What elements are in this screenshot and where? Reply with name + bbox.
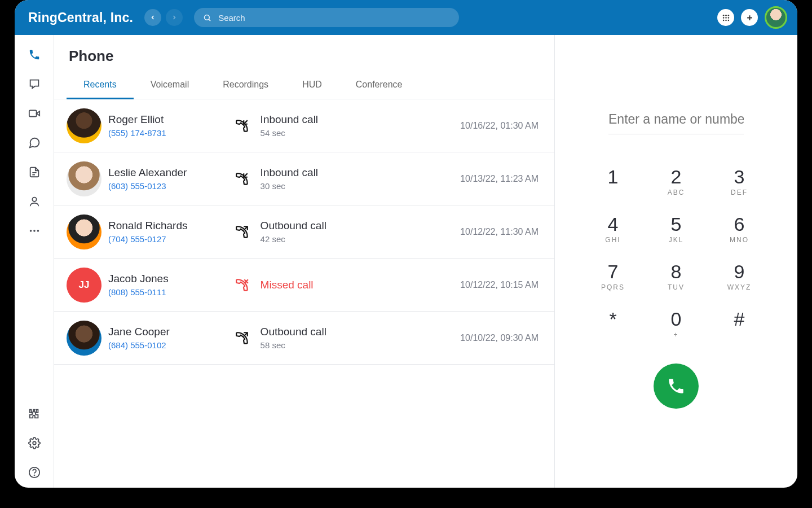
tab-conference[interactable]: Conference — [339, 73, 420, 99]
contact-number[interactable]: (684) 555-0102 — [108, 340, 233, 350]
call-duration: 42 sec — [261, 234, 407, 244]
chevron-right-icon — [171, 14, 178, 21]
key-digit: 0 — [671, 309, 682, 329]
gear-icon — [28, 437, 41, 449]
svg-point-17 — [32, 198, 36, 202]
rail-more[interactable] — [27, 224, 42, 238]
key-digit: 7 — [608, 262, 619, 281]
key-1[interactable]: 1 — [581, 158, 645, 205]
call-info: Missed call — [257, 279, 407, 291]
svg-point-21 — [33, 441, 36, 445]
call-type: Missed call — [261, 279, 407, 291]
svg-point-7 — [727, 17, 729, 19]
tabs: RecentsVoicemailRecordingsHUDConference — [54, 73, 554, 99]
add-button[interactable] — [741, 9, 758, 26]
key-digit: 1 — [608, 167, 619, 186]
contact-avatar — [67, 321, 102, 356]
key-letters: TUV — [668, 283, 685, 291]
key-6[interactable]: 6MNO — [708, 205, 771, 253]
plus-icon — [745, 14, 754, 22]
call-row[interactable]: JJJacob Jones(808) 555-0111Missed call10… — [54, 259, 554, 312]
contact-avatar — [67, 214, 102, 249]
main: Phone RecentsVoicemailRecordingsHUDConfe… — [54, 35, 797, 488]
nav-back-button[interactable] — [144, 9, 161, 26]
key-digit: 5 — [671, 214, 682, 234]
svg-point-4 — [727, 14, 729, 16]
rail-contacts[interactable] — [27, 194, 42, 209]
key-0[interactable]: 0+ — [645, 300, 708, 348]
rail-messages[interactable] — [27, 77, 42, 91]
app-window: RingCentral, Inc. — [15, 0, 797, 488]
left-rail — [15, 35, 54, 488]
rail-video[interactable] — [27, 106, 42, 121]
puzzle-icon — [28, 408, 41, 420]
contact-avatar: JJ — [67, 268, 102, 303]
call-button[interactable] — [654, 364, 699, 409]
tab-voicemail[interactable]: Voicemail — [134, 73, 206, 99]
key-letters: ABC — [668, 189, 685, 196]
key-letters: DEF — [731, 189, 748, 196]
dialer-keypad: 12ABC3DEF4GHI5JKL6MNO7PQRS8TUV9WXYZ*0+# — [581, 158, 771, 348]
key-3[interactable]: 3DEF — [708, 158, 771, 205]
svg-point-9 — [725, 19, 727, 21]
call-row[interactable]: Ronald Richards(704) 555-0127Outbound ca… — [54, 205, 554, 259]
rail-phone[interactable] — [27, 47, 42, 62]
call-direction-icon — [233, 170, 250, 187]
chevron-left-icon — [149, 14, 156, 21]
rail-notes[interactable] — [27, 165, 42, 179]
contact-number[interactable]: (603) 555-0123 — [108, 181, 233, 191]
tab-hud[interactable]: HUD — [285, 73, 339, 99]
search-bar[interactable] — [194, 8, 459, 27]
key-2[interactable]: 2ABC — [645, 158, 708, 205]
call-duration: 30 sec — [261, 181, 407, 191]
key-7[interactable]: 7PQRS — [581, 253, 645, 300]
phone-icon — [667, 376, 686, 396]
key-5[interactable]: 5JKL — [645, 205, 708, 253]
rail-help[interactable] — [27, 465, 42, 480]
contact-name: Jacob Jones — [108, 273, 233, 285]
contact-name: Jane Cooper — [108, 326, 233, 338]
contact-info: Leslie Alexander(603) 555-0123 — [97, 167, 233, 191]
key-letters: JKL — [669, 236, 684, 244]
call-direction-icon — [233, 117, 250, 134]
rail-extensions[interactable] — [27, 406, 42, 421]
dialpad-button[interactable] — [717, 9, 734, 26]
call-direction-icon — [233, 224, 250, 240]
call-time: 10/16/22, 01:30 AM — [407, 121, 543, 131]
call-row[interactable]: Roger Elliot(555) 174-8731Inbound call54… — [54, 99, 554, 152]
search-input[interactable] — [217, 12, 450, 23]
contact-name: Leslie Alexander — [108, 167, 233, 179]
call-time: 10/12/22, 10:15 AM — [407, 280, 543, 290]
profile-avatar[interactable] — [765, 6, 787, 29]
call-row[interactable]: Jane Cooper(684) 555-0102Outbound call58… — [54, 312, 554, 365]
contact-info: Roger Elliot(555) 174-8731 — [97, 113, 233, 138]
nav-forward-button[interactable] — [166, 9, 183, 26]
contact-number[interactable]: (704) 555-0127 — [108, 234, 233, 244]
rail-settings[interactable] — [27, 436, 42, 450]
key-*[interactable]: * — [581, 300, 645, 348]
key-#[interactable]: # — [708, 300, 771, 348]
dialer-input[interactable] — [608, 108, 744, 134]
svg-point-20 — [37, 230, 39, 232]
svg-line-1 — [209, 19, 211, 21]
call-type: Inbound call — [261, 167, 407, 179]
call-info: Outbound call42 sec — [257, 220, 407, 244]
key-letters: WXYZ — [727, 283, 752, 291]
header-actions — [717, 6, 787, 29]
tab-recordings[interactable]: Recordings — [206, 73, 285, 99]
video-icon — [28, 107, 41, 120]
key-letters: MNO — [730, 236, 749, 244]
key-9[interactable]: 9WXYZ — [708, 253, 771, 300]
contact-number[interactable]: (808) 555-0111 — [108, 287, 233, 297]
contact-number[interactable]: (555) 174-8731 — [108, 128, 233, 138]
svg-point-2 — [722, 14, 724, 16]
rail-text[interactable] — [27, 135, 42, 150]
contact-info: Jane Cooper(684) 555-0102 — [97, 326, 233, 350]
call-row[interactable]: Leslie Alexander(603) 555-0123Inbound ca… — [54, 152, 554, 205]
more-icon — [28, 225, 41, 237]
key-4[interactable]: 4GHI — [581, 205, 645, 253]
body: Phone RecentsVoicemailRecordingsHUDConfe… — [15, 35, 797, 488]
tab-recents[interactable]: Recents — [67, 73, 134, 99]
key-8[interactable]: 8TUV — [645, 253, 708, 300]
call-duration: 54 sec — [261, 128, 407, 138]
